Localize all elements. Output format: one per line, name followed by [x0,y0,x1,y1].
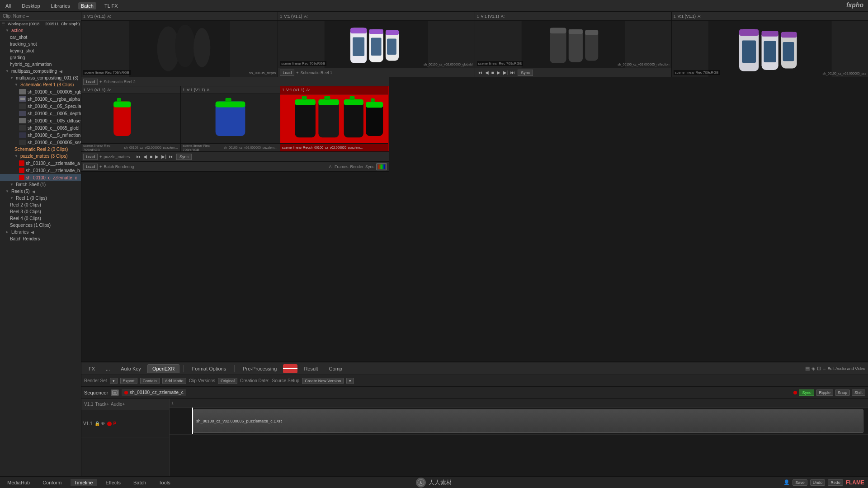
nav-batch[interactable]: Batch [130,479,150,486]
render-set-dropdown[interactable]: ▾ [110,378,118,384]
reel1-label: Reel 1 (0 Clips) [16,196,47,201]
tree-multipass[interactable]: ▼ multipass_compositing ◀ [0,68,81,75]
tab-format-options[interactable]: Format Options [187,365,231,373]
add-matte-btn[interactable]: Add Matte [162,378,186,384]
clip-sss-thumb [19,140,26,145]
nav-libraries[interactable]: Libraries [48,2,73,9]
v3-stop[interactable]: ■ [491,70,495,75]
tree-clip-depth[interactable]: sh_00100_c__0005_depth [0,110,81,117]
pm-skip-back[interactable]: ⏮ [135,154,142,159]
tree-libraries[interactable]: ► Libraries ◀ [0,229,81,235]
tab-autokey[interactable]: Auto Key [116,365,146,373]
pm-skip-fwd[interactable]: ⏭ [168,154,175,159]
tab-result[interactable]: Result [299,365,322,373]
batch-rendering-label: Batch Rendering [104,164,134,169]
v3-skip-back[interactable]: ⏮ [477,70,483,75]
nav-desktop[interactable]: Desktop [19,2,42,9]
nav-effects[interactable]: Effects [102,479,124,486]
tree-car-shot[interactable]: car_shot [0,34,81,41]
tree-pm-c[interactable]: sh_00100_c_zzlematte_c [0,174,81,181]
tree-schematic-reel2[interactable]: Schematic Reel 2 (0 Clips) [0,146,81,153]
tree-clip-globl[interactable]: sh_00100_c__0065_globl [0,124,81,131]
timeline-clip-block[interactable]: sh_00100_cz_v02.000005_puzzlematte_c.EXR [193,409,863,433]
v3-play[interactable]: ▶ [496,70,501,75]
tree-puzzle-mattes[interactable]: ▼ puzzle_mattes (3 Clips) [0,153,81,160]
timeline-playhead[interactable] [192,408,193,434]
tree-clip-alpha[interactable]: sh_00100_c__rgba_alpha [0,95,81,103]
tree-reel2[interactable]: Reel 2 (0 Clips) [0,202,81,208]
tree-batch-shelf[interactable]: ▼ Batch Shelf (1) [0,181,81,188]
nav-all[interactable]: All [3,2,14,9]
tree-schematic-reel1[interactable]: ▼ Schematic Reel 1 (8 Clips) [0,81,81,88]
tree-action-folder[interactable]: ▼ action [0,27,81,34]
contain-btn[interactable]: Contain [140,378,160,384]
tree-clip-sss[interactable]: sh_00100_c__000005_sss [0,139,81,146]
export-btn[interactable]: Export [120,378,137,384]
creation-date-label: Creation Date: [240,378,269,383]
tree-pm-b[interactable]: sh_00100_c__zzlematte_b [0,167,81,174]
shift-btn[interactable]: Shift [852,389,865,396]
nav-batch[interactable]: Batch [78,2,96,9]
pm-stop[interactable]: ■ [149,154,153,159]
pm-prev[interactable]: ◀ [142,154,148,159]
tree-keying-shot[interactable]: keying_shot [0,47,81,54]
reel1-load-btn[interactable]: Load [83,79,98,85]
track-lock-icon[interactable]: 🔒 [94,421,100,426]
tree-hybrid-cg[interactable]: hybrid_cg_animation [0,61,81,68]
tree-reels[interactable]: ▼ Reels (5) ◀ [0,188,81,195]
save-btn[interactable]: Save [793,479,807,486]
pm-viewer-1: 1 V:1 (V1.1) A: [81,86,181,151]
pm-sync-btn[interactable]: Sync [176,154,192,160]
tab-openexr[interactable]: OpenEXR [147,364,180,373]
tree-clip-reflection[interactable]: sh_00100_c__5_reflection [0,131,81,139]
tree-clip-specular[interactable]: sh_00100_c__05_Specular [0,103,81,110]
v3-sync-btn[interactable]: Sync [518,70,533,76]
track-eye-icon[interactable]: 👁 [101,421,105,426]
audio-plus-btn[interactable]: Audio+ [111,402,125,407]
pm-load-btn[interactable]: Load [83,154,98,160]
tree-clip-diffuse[interactable]: sh_00100_c__005_diffuse [0,117,81,124]
tree-clip-rgba[interactable]: sh_00100_c__000005_rgba [0,88,81,95]
redo-btn[interactable]: Redo [828,479,843,486]
create-new-version-btn[interactable]: Create New Version [302,378,344,384]
tree-batch-renders[interactable]: Batch Renders [0,235,81,242]
tree-grading[interactable]: grading [0,54,81,61]
nav-mediahub[interactable]: MediaHub [4,479,33,486]
tree-pm-a[interactable]: sh_00100_c__zzlematte_a [0,160,81,167]
nav-tlfx[interactable]: TL FX [102,2,121,9]
v3-prev[interactable]: ◀ [484,70,490,75]
tab-dots[interactable]: ... [101,365,114,373]
audio-video-label: Edit Audio and Video [828,366,865,371]
nav-tools[interactable]: Tools [155,479,174,486]
viewer3-bottom-bar: ⏮ ◀ ■ ▶ ▶| ⏭ Sync [475,68,671,77]
tree-tracking-shot[interactable]: tracking_shot [0,41,81,47]
pm2-top-bar: 1 V:1 (V1.1) A: [181,86,280,94]
track-plus-btn[interactable]: Track+ [95,402,109,407]
batch-color-selector[interactable] [376,163,387,170]
viewer2-load-btn[interactable]: Load [280,70,294,76]
snap-btn[interactable]: Snap [835,389,850,396]
nav-conform[interactable]: Conform [39,479,65,486]
create-version-dropdown[interactable]: ▾ [346,378,354,384]
v3-next[interactable]: ▶| [502,70,509,75]
tree-sequences[interactable]: Sequences (1 Clips) [0,222,81,229]
multipass-label: multipass_compositing [11,69,57,74]
nav-timeline[interactable]: Timeline [71,479,96,486]
tree-reel1[interactable]: ▼ Reel 1 (0 Clips) [0,195,81,202]
original-btn[interactable]: Original [218,378,237,384]
pm-play[interactable]: ▶ [154,154,160,159]
tab-preprocessing[interactable]: Pre-Processing [238,365,281,373]
tree-reel4[interactable]: Reel 4 (0 Clips) [0,215,81,222]
seq-clip-name: sh_00100_cz_zzlematte_c [130,390,183,395]
v3-skip-fwd[interactable]: ⏭ [509,70,516,75]
tab-fx[interactable]: FX [84,365,99,373]
batch-load-btn[interactable]: Load [83,164,98,170]
ripple-btn[interactable]: Ripple [816,389,833,396]
tree-reel3[interactable]: Reel 3 (0 Clips) [0,208,81,215]
tab-comp[interactable]: Comp [325,365,347,373]
tree-multipass-001[interactable]: ▼ multipass_compositing_001 (3) [0,75,81,81]
undo-btn[interactable]: Undo [810,479,826,486]
workspace-item[interactable]: ☰ Workspace (0018__ 200511_Christoph) [0,21,81,27]
pm-next[interactable]: ▶| [160,154,167,159]
seq-sync-btn[interactable]: Sync [799,389,814,396]
